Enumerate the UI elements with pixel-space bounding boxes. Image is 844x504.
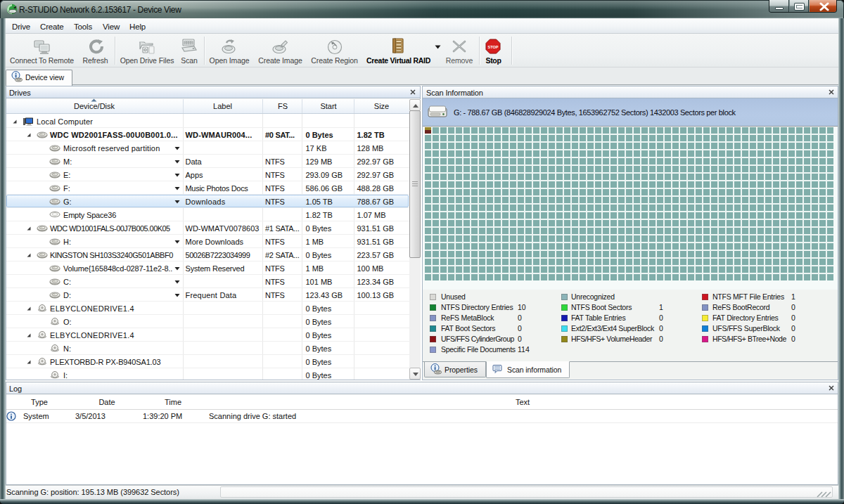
- svg-text:STOP: STOP: [487, 45, 498, 49]
